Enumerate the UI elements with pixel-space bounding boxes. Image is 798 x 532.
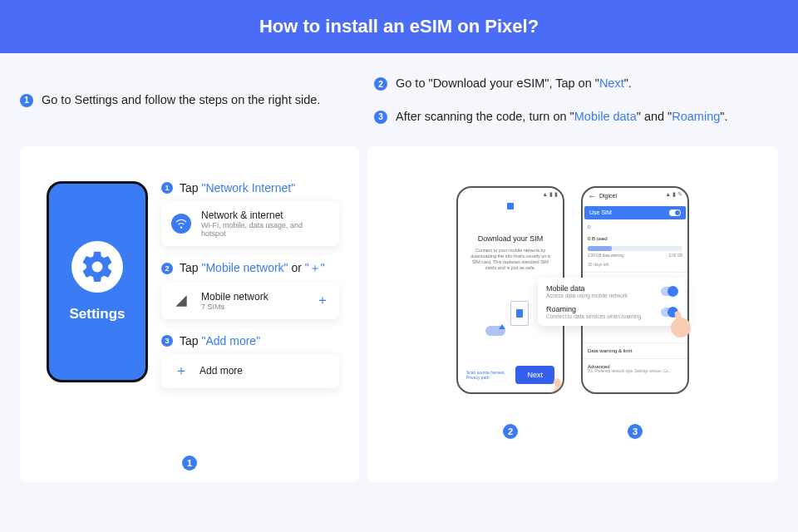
step-3-text: Tap "Add more" — [180, 334, 260, 347]
settings-label: Settings — [69, 306, 125, 323]
download-desc: Connect to your mobile network by downlo… — [458, 243, 563, 277]
step-3: 3 Tap "Add more" ＋ Add more — [161, 334, 339, 388]
settings-row-add-more[interactable]: ＋ Add more — [161, 354, 339, 388]
step-2-bullet: 2 — [161, 263, 173, 274]
next-button[interactable]: Next — [515, 366, 554, 384]
card-badge-2: 2 — [503, 424, 518, 439]
row-title: Add more — [200, 365, 243, 377]
settings-row-mobile-network[interactable]: Mobile network 7 SIMs ＋ — [161, 283, 339, 319]
back-icon[interactable]: ← — [588, 191, 596, 200]
used-data: 0 B used — [583, 233, 687, 244]
instructions-row: 1 Go to Settings and follow the steps on… — [0, 53, 798, 136]
digicel-column: ← Digicel ▲ ▮ ✎ Use SIM D 0 B used 2.00 … — [581, 186, 689, 439]
data-warning-limit[interactable]: Data warning & limit — [583, 345, 687, 357]
arrow-icon — [499, 324, 505, 329]
row-sub: Wi-Fi, mobile, data usage, and hotspot — [201, 221, 329, 238]
step-1-text: Tap "Network Internet" — [180, 181, 295, 195]
signal-icon — [171, 291, 191, 311]
bullet-2: 2 — [374, 77, 387, 91]
row-sub: 7 SIMs — [201, 303, 268, 311]
mobile-data-link: Mobile data — [574, 110, 637, 123]
plus-icon: ＋ — [175, 362, 188, 380]
bullet-1: 1 — [20, 94, 33, 107]
card-badge-1: 1 — [182, 456, 197, 470]
use-sim-toggle[interactable]: Use SIM — [584, 206, 686, 219]
download-title: Download your SIM — [458, 234, 563, 243]
status-bar: ▲ ▮ ✎ — [665, 191, 682, 198]
card-step-2-3: ▲ ▮ ▮ Download your SIM Connect to your … — [367, 146, 778, 482]
row-title: Network & internet — [201, 209, 329, 221]
card-step-1: Settings 1 Tap "Network Internet" Networ… — [20, 146, 359, 482]
settings-row-network[interactable]: Network & internet Wi-Fi, mobile, data u… — [161, 201, 339, 246]
mobile-data-row[interactable]: Mobile data Access data using mobile net… — [546, 284, 677, 298]
wifi-icon — [171, 214, 191, 234]
step-2: 2 Tap "Mobile network" or "＋" Mobile net… — [161, 261, 339, 319]
download-illustration — [477, 301, 544, 337]
cards-row: Settings 1 Tap "Network Internet" Networ… — [0, 136, 798, 492]
page-title: How to install an eSIM on Pixel? — [259, 16, 539, 37]
row-title: Mobile network — [201, 291, 268, 303]
instruction-3: 3 After scanning the code, turn on "Mobi… — [374, 108, 790, 126]
card-badge-3: 3 — [628, 424, 643, 439]
step-2-text: Tap "Mobile network" or "＋" — [180, 261, 325, 276]
bullet-3: 3 — [374, 111, 387, 124]
digicel-topbar: ← Digicel ▲ ▮ ✎ — [583, 188, 687, 204]
phone-settings: Settings — [47, 181, 148, 382]
doc-icon — [510, 301, 529, 326]
toggle-on-icon — [669, 209, 681, 216]
plus-icon[interactable]: ＋ — [316, 292, 329, 309]
instruction-2: 2 Go to "Download your eSIM", Tap on "Ne… — [374, 75, 790, 93]
instruction-right: 2 Go to "Download your eSIM", Tap on "Ne… — [374, 75, 790, 126]
gear-icon — [71, 241, 123, 293]
hand-pointer-icon — [548, 382, 564, 394]
step-1-bullet: 1 — [161, 182, 173, 194]
page-header: How to install an eSIM on Pixel? — [0, 0, 798, 53]
lock-icon — [507, 203, 514, 209]
roaming-link: Roaming — [672, 110, 720, 123]
instruction-left: 1 Go to Settings and follow the steps on… — [20, 75, 359, 126]
instruction-1-text: Go to Settings and follow the steps on t… — [42, 91, 320, 110]
instruction-3-text: After scanning the code, turn on "Mobile… — [396, 108, 727, 126]
step-1: 1 Tap "Network Internet" Network & inter… — [161, 181, 339, 246]
instruction-2-text: Go to "Download your eSIM", Tap on "Next… — [396, 75, 632, 93]
next-link: Next — [599, 76, 624, 90]
section-label: D — [583, 221, 687, 233]
roaming-row[interactable]: Roaming Connect to data services when ro… — [546, 305, 677, 319]
footer-link[interactable]: Scan source harvest, Privacy path — [466, 370, 515, 380]
steps-list: 1 Tap "Network Internet" Network & inter… — [161, 181, 339, 388]
carrier-name: Digicel — [599, 193, 617, 199]
status-bar: ▲ ▮ ▮ — [542, 191, 558, 198]
step-3-bullet: 3 — [161, 335, 173, 347]
mobile-data-toggle[interactable] — [661, 287, 677, 296]
usage-bar — [588, 246, 682, 251]
instruction-1: 1 Go to Settings and follow the steps on… — [20, 91, 359, 110]
toggle-overlay: Mobile data Access data using mobile net… — [538, 278, 686, 326]
advanced[interactable]: Advanced 5G, Preferred network type, Set… — [583, 361, 687, 377]
